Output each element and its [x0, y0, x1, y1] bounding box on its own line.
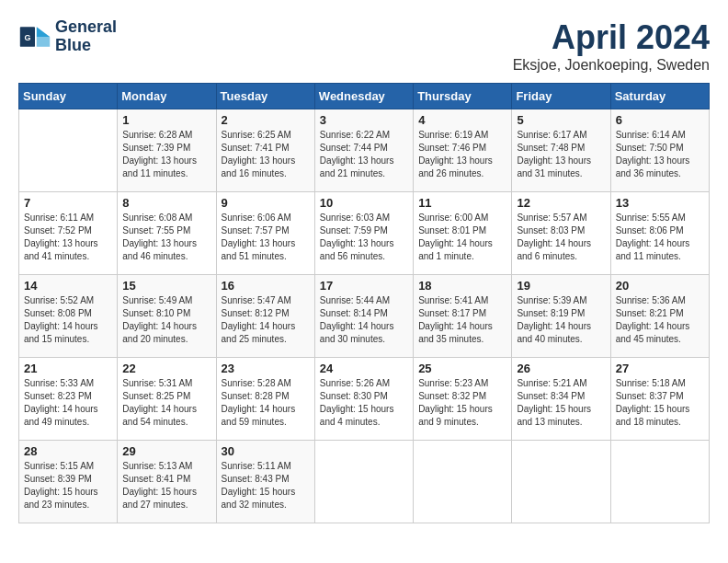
day-info: Sunrise: 5:28 AMSunset: 8:28 PMDaylight:…	[222, 377, 310, 429]
month-title: April 2024	[513, 18, 710, 57]
day-number: 18	[418, 279, 506, 293]
day-number: 6	[616, 113, 704, 127]
svg-text:G: G	[24, 32, 30, 41]
header-cell-friday: Friday	[512, 84, 610, 109]
day-info: Sunrise: 6:11 AMSunset: 7:52 PMDaylight:…	[24, 212, 112, 263]
header-row: SundayMondayTuesdayWednesdayThursdayFrid…	[19, 84, 710, 109]
day-info: Sunrise: 5:57 AMSunset: 8:03 PMDaylight:…	[517, 212, 605, 263]
calendar-cell: 8Sunrise: 6:08 AMSunset: 7:55 PMDaylight…	[118, 192, 216, 275]
calendar-cell: 2Sunrise: 6:25 AMSunset: 7:41 PMDaylight…	[216, 109, 314, 192]
day-info: Sunrise: 6:19 AMSunset: 7:46 PMDaylight:…	[418, 129, 506, 180]
day-info: Sunrise: 5:15 AMSunset: 8:39 PMDaylight:…	[24, 460, 112, 511]
day-info: Sunrise: 5:41 AMSunset: 8:17 PMDaylight:…	[418, 294, 506, 346]
calendar-cell: 27Sunrise: 5:18 AMSunset: 8:37 PMDayligh…	[610, 358, 709, 441]
calendar-cell: 6Sunrise: 6:14 AMSunset: 7:50 PMDaylight…	[610, 109, 709, 192]
calendar-cell: 4Sunrise: 6:19 AMSunset: 7:46 PMDaylight…	[414, 109, 512, 192]
day-number: 29	[122, 444, 210, 458]
calendar-cell: 23Sunrise: 5:28 AMSunset: 8:28 PMDayligh…	[216, 358, 314, 441]
day-info: Sunrise: 6:00 AMSunset: 8:01 PMDaylight:…	[418, 212, 506, 263]
calendar-cell: 7Sunrise: 6:11 AMSunset: 7:52 PMDaylight…	[19, 192, 118, 275]
calendar-cell: 1Sunrise: 6:28 AMSunset: 7:39 PMDaylight…	[118, 109, 216, 192]
week-row: 21Sunrise: 5:33 AMSunset: 8:23 PMDayligh…	[19, 358, 710, 441]
header-cell-monday: Monday	[118, 84, 216, 109]
calendar-cell: 19Sunrise: 5:39 AMSunset: 8:19 PMDayligh…	[512, 275, 610, 358]
day-info: Sunrise: 5:47 AMSunset: 8:12 PMDaylight:…	[222, 294, 310, 346]
day-info: Sunrise: 6:22 AMSunset: 7:44 PMDaylight:…	[320, 129, 408, 180]
day-number: 16	[222, 279, 310, 293]
day-info: Sunrise: 5:36 AMSunset: 8:21 PMDaylight:…	[616, 294, 704, 346]
day-number: 22	[122, 362, 210, 375]
day-number: 12	[517, 196, 605, 210]
day-number: 1	[122, 113, 210, 127]
calendar-cell: 29Sunrise: 5:13 AMSunset: 8:41 PMDayligh…	[118, 441, 216, 523]
calendar-cell: 16Sunrise: 5:47 AMSunset: 8:12 PMDayligh…	[216, 275, 314, 358]
calendar-cell: 13Sunrise: 5:55 AMSunset: 8:06 PMDayligh…	[610, 192, 709, 275]
day-number: 2	[222, 113, 310, 127]
calendar-cell: 5Sunrise: 6:17 AMSunset: 7:48 PMDaylight…	[512, 109, 610, 192]
calendar-cell: 26Sunrise: 5:21 AMSunset: 8:34 PMDayligh…	[512, 358, 610, 441]
day-number: 21	[24, 362, 112, 375]
logo-line1: General	[55, 18, 117, 37]
day-number: 9	[222, 196, 310, 210]
week-row: 7Sunrise: 6:11 AMSunset: 7:52 PMDaylight…	[19, 192, 710, 275]
day-info: Sunrise: 5:11 AMSunset: 8:43 PMDaylight:…	[222, 460, 310, 511]
day-info: Sunrise: 6:25 AMSunset: 7:41 PMDaylight:…	[222, 129, 310, 180]
logo-text: General Blue	[55, 18, 117, 55]
day-info: Sunrise: 6:03 AMSunset: 7:59 PMDaylight:…	[320, 212, 408, 263]
calendar-cell: 14Sunrise: 5:52 AMSunset: 8:08 PMDayligh…	[19, 275, 118, 358]
calendar-cell: 28Sunrise: 5:15 AMSunset: 8:39 PMDayligh…	[19, 441, 118, 523]
day-info: Sunrise: 5:23 AMSunset: 8:32 PMDaylight:…	[418, 377, 506, 429]
header-cell-wednesday: Wednesday	[314, 84, 413, 109]
day-info: Sunrise: 5:39 AMSunset: 8:19 PMDaylight:…	[517, 294, 605, 346]
header-cell-tuesday: Tuesday	[216, 84, 314, 109]
day-number: 5	[517, 113, 605, 127]
day-info: Sunrise: 5:33 AMSunset: 8:23 PMDaylight:…	[24, 377, 112, 429]
calendar-cell: 3Sunrise: 6:22 AMSunset: 7:44 PMDaylight…	[314, 109, 413, 192]
day-number: 14	[24, 279, 112, 293]
day-number: 19	[517, 279, 605, 293]
day-info: Sunrise: 6:28 AMSunset: 7:39 PMDaylight:…	[122, 129, 210, 180]
day-number: 24	[320, 362, 408, 375]
svg-marker-2	[37, 37, 50, 47]
day-info: Sunrise: 5:49 AMSunset: 8:10 PMDaylight:…	[122, 294, 210, 346]
day-number: 11	[418, 196, 506, 210]
calendar-cell: 10Sunrise: 6:03 AMSunset: 7:59 PMDayligh…	[314, 192, 413, 275]
week-row: 28Sunrise: 5:15 AMSunset: 8:39 PMDayligh…	[19, 441, 710, 523]
day-number: 26	[517, 362, 605, 375]
day-number: 10	[320, 196, 408, 210]
day-info: Sunrise: 5:18 AMSunset: 8:37 PMDaylight:…	[616, 377, 704, 429]
week-row: 14Sunrise: 5:52 AMSunset: 8:08 PMDayligh…	[19, 275, 710, 358]
day-info: Sunrise: 5:26 AMSunset: 8:30 PMDaylight:…	[320, 377, 408, 429]
calendar-cell: 18Sunrise: 5:41 AMSunset: 8:17 PMDayligh…	[414, 275, 512, 358]
day-info: Sunrise: 5:13 AMSunset: 8:41 PMDaylight:…	[122, 460, 210, 511]
day-number: 17	[320, 279, 408, 293]
calendar-cell: 24Sunrise: 5:26 AMSunset: 8:30 PMDayligh…	[314, 358, 413, 441]
day-info: Sunrise: 6:14 AMSunset: 7:50 PMDaylight:…	[616, 129, 704, 180]
calendar-table: SundayMondayTuesdayWednesdayThursdayFrid…	[18, 83, 710, 523]
day-number: 4	[418, 113, 506, 127]
location: Eksjoe, Joenkoeping, Sweden	[513, 57, 710, 74]
day-number: 20	[616, 279, 704, 293]
calendar-cell: 9Sunrise: 6:06 AMSunset: 7:57 PMDaylight…	[216, 192, 314, 275]
calendar-cell	[314, 441, 413, 523]
calendar-cell: 21Sunrise: 5:33 AMSunset: 8:23 PMDayligh…	[19, 358, 118, 441]
day-info: Sunrise: 5:21 AMSunset: 8:34 PMDaylight:…	[517, 377, 605, 429]
logo-icon: G	[18, 20, 51, 53]
calendar-cell: 11Sunrise: 6:00 AMSunset: 8:01 PMDayligh…	[414, 192, 512, 275]
calendar-cell: 20Sunrise: 5:36 AMSunset: 8:21 PMDayligh…	[610, 275, 709, 358]
day-number: 30	[222, 444, 310, 458]
page-header: G General Blue April 2024 Eksjoe, Joenko…	[18, 18, 710, 74]
calendar-header: SundayMondayTuesdayWednesdayThursdayFrid…	[19, 84, 710, 109]
day-info: Sunrise: 6:08 AMSunset: 7:55 PMDaylight:…	[122, 212, 210, 263]
header-cell-thursday: Thursday	[414, 84, 512, 109]
day-number: 7	[24, 196, 112, 210]
day-number: 3	[320, 113, 408, 127]
calendar-cell	[512, 441, 610, 523]
logo: G General Blue	[18, 18, 117, 55]
calendar-cell: 25Sunrise: 5:23 AMSunset: 8:32 PMDayligh…	[414, 358, 512, 441]
day-info: Sunrise: 5:52 AMSunset: 8:08 PMDaylight:…	[24, 294, 112, 346]
day-number: 25	[418, 362, 506, 375]
calendar-body: 1Sunrise: 6:28 AMSunset: 7:39 PMDaylight…	[19, 109, 710, 523]
header-cell-sunday: Sunday	[19, 84, 118, 109]
day-number: 13	[616, 196, 704, 210]
